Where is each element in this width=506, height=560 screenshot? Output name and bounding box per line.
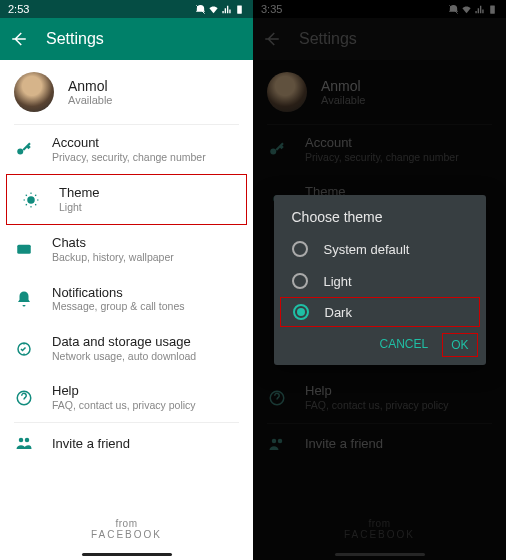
item-title: Data and storage usage [52,334,196,350]
settings-item-chats[interactable]: ChatsBackup, history, wallpaper [0,225,253,274]
dnd-icon [195,4,206,15]
phone-light: 2:53 Settings Anmol Available AccountPri… [0,0,253,560]
option-label: System default [324,242,410,257]
radio-icon [292,241,308,257]
settings-item-invite[interactable]: Invite a friend [0,423,253,463]
svg-point-7 [19,438,24,443]
help-icon [14,388,34,408]
dialog-title: Choose theme [274,209,486,233]
people-icon [14,433,34,453]
settings-item-account[interactable]: AccountPrivacy, security, change number [0,125,253,174]
settings-item-theme[interactable]: ThemeLight [6,174,247,225]
settings-item-help[interactable]: HelpFAQ, contact us, privacy policy [0,373,253,422]
item-sub: Network usage, auto download [52,350,196,364]
radio-icon [292,273,308,289]
data-icon [14,339,34,359]
theme-option-system[interactable]: System default [274,233,486,265]
item-sub: Backup, history, wallpaper [52,251,174,265]
cancel-button[interactable]: CANCEL [371,333,436,357]
dialog-scrim[interactable]: Choose theme System default Light Dark C… [253,0,506,560]
back-icon[interactable] [10,30,28,48]
status-bar: 2:53 [0,0,253,18]
ok-button[interactable]: OK [442,333,477,357]
theme-option-light[interactable]: Light [274,265,486,297]
footer-from: from [0,518,253,529]
svg-point-3 [27,196,35,204]
item-title: Notifications [52,285,185,301]
item-title: Chats [52,235,174,251]
wifi-icon [208,4,219,15]
signal-icon [221,4,232,15]
dialog-actions: CANCEL OK [274,327,486,357]
bell-icon [14,289,34,309]
item-title: Theme [59,185,99,201]
settings-item-notifications[interactable]: NotificationsMessage, group & call tones [0,275,253,324]
svg-point-8 [25,438,30,443]
theme-dialog: Choose theme System default Light Dark C… [274,195,486,365]
avatar [14,72,54,112]
radio-icon-selected [293,304,309,320]
svg-point-2 [17,148,23,154]
svg-rect-4 [17,245,31,254]
key-icon [14,140,34,160]
nav-bar[interactable] [0,548,253,560]
option-label: Light [324,274,352,289]
theme-option-dark[interactable]: Dark [280,297,480,327]
option-label: Dark [325,305,352,320]
svg-rect-1 [237,5,242,13]
item-sub: Message, group & call tones [52,300,185,314]
item-title: Invite a friend [52,436,130,452]
profile-row[interactable]: Anmol Available [0,60,253,124]
item-sub: Light [59,201,99,215]
profile-status: Available [68,94,112,106]
chat-icon [14,240,34,260]
footer: from FACEBOOK [0,518,253,540]
item-sub: FAQ, contact us, privacy policy [52,399,196,413]
status-time: 2:53 [8,3,29,15]
theme-icon [21,190,41,210]
footer-brand: FACEBOOK [0,529,253,540]
battery-icon [234,4,245,15]
item-title: Help [52,383,196,399]
status-icons [195,4,245,15]
profile-name: Anmol [68,78,112,94]
app-bar-title: Settings [46,30,104,48]
app-bar: Settings [0,18,253,60]
item-title: Account [52,135,206,151]
phone-dark: 3:35 Settings Anmol Available AccountPri… [253,0,506,560]
settings-item-data[interactable]: Data and storage usageNetwork usage, aut… [0,324,253,373]
item-sub: Privacy, security, change number [52,151,206,165]
